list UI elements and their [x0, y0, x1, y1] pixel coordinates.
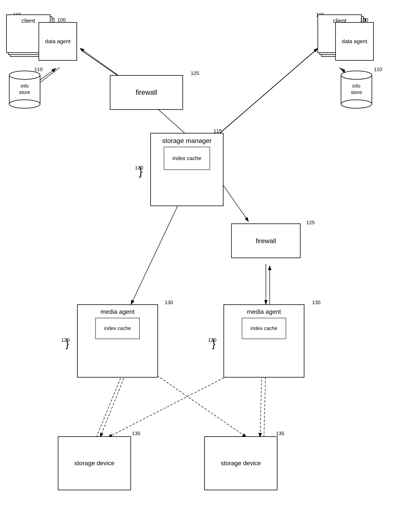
ref-130-left: 130	[165, 300, 173, 306]
storage-manager-box: storage manager index cache	[150, 133, 224, 206]
ref-135-left: 135	[132, 431, 140, 436]
storage-device-label-right: storage device	[221, 459, 261, 467]
media-agent-box-right: media agent index cache	[224, 304, 304, 378]
svg-line-6	[80, 48, 123, 79]
index-cache-ma-left-label: index cache	[104, 325, 131, 332]
svg-point-24	[9, 100, 40, 108]
data-agent-label-right: data agent	[342, 38, 367, 45]
index-cache-sm-box: index cache	[164, 147, 210, 170]
bracket-sm: }	[139, 166, 143, 177]
index-cache-ma-right-label: index cache	[251, 325, 277, 332]
storage-manager-label: storage manager	[162, 136, 212, 145]
firewall-box-top: firewall	[110, 75, 183, 110]
storage-device-label-left: storage device	[74, 459, 114, 467]
svg-point-29	[341, 100, 372, 108]
firewall-box-mid: firewall	[231, 223, 300, 258]
svg-text:store: store	[351, 89, 362, 95]
svg-line-9	[218, 48, 318, 135]
svg-line-8	[216, 50, 316, 137]
svg-line-12	[131, 194, 183, 304]
bracket-ma-left: }	[65, 338, 69, 349]
index-cache-sm-label: index cache	[172, 155, 201, 162]
ref-110-right: 110	[374, 66, 382, 72]
info-store-cylinder-left: info store	[7, 69, 42, 110]
svg-text:info: info	[352, 83, 360, 89]
storage-device-box-left: storage device	[58, 436, 131, 490]
media-agent-label-left: media agent	[101, 308, 134, 316]
media-agent-label-right: media agent	[247, 308, 281, 316]
diagram: 105 client 100 data agent 110 info store…	[0, 0, 420, 528]
data-agent-box-right: data agent	[335, 22, 374, 61]
index-cache-ma-right-box: index cache	[242, 318, 286, 339]
data-agent-box-left: data agent	[38, 22, 77, 61]
svg-point-23	[9, 71, 40, 79]
storage-device-box-right: storage device	[204, 436, 277, 490]
svg-text:store: store	[19, 89, 30, 95]
ref-130-right: 130	[312, 300, 320, 306]
ref-135-right: 135	[276, 431, 284, 436]
svg-point-28	[341, 71, 372, 79]
svg-text:info: info	[21, 83, 29, 89]
ref-125-mid: 125	[306, 220, 315, 226]
client-label-left: client	[22, 17, 35, 24]
media-agent-box-left: media agent index cache	[77, 304, 158, 378]
index-cache-ma-left-box: index cache	[95, 318, 140, 339]
firewall-label-top: firewall	[136, 88, 157, 97]
bracket-ma-right: }	[212, 338, 216, 349]
ref-125-top: 125	[191, 70, 199, 76]
data-agent-label-left: data agent	[45, 38, 71, 45]
firewall-label-mid: firewall	[256, 237, 276, 245]
info-store-cylinder-right: info store	[339, 69, 374, 110]
